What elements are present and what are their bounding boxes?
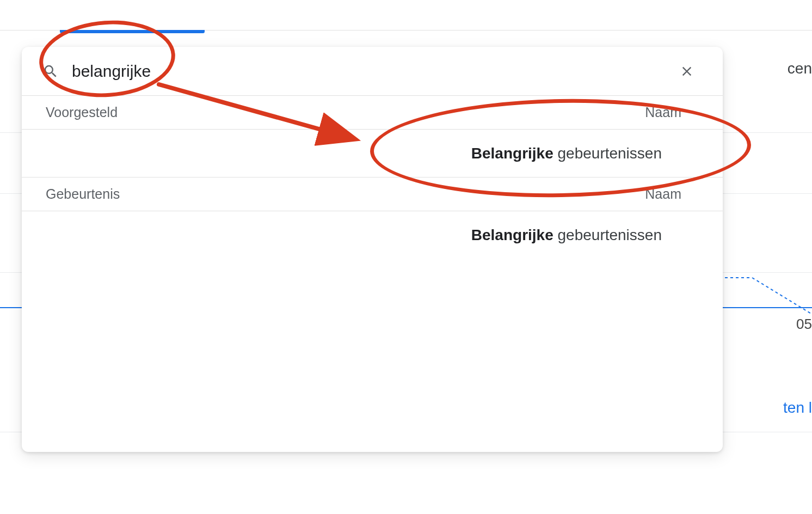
section-column-label: Naam [645,105,681,120]
background-axis-tick: 05 [796,316,812,333]
section-label: Voorgesteld [46,105,118,120]
section-column-label: Naam [645,186,681,202]
match-highlight: Belangrijke [471,145,553,162]
section-header-event: Gebeurtenis Naam [22,178,723,211]
match-rest: gebeurtenissen [553,227,662,243]
suggestion-row-key-events[interactable]: Belangrijke gebeurtenissen [22,130,723,178]
background-link-fragment: ten l [783,399,812,417]
metric-search-input[interactable] [59,62,675,81]
result-text: Belangrijke gebeurtenissen [471,227,662,244]
background-text-fragment: cen [788,60,812,77]
search-row [22,47,723,96]
event-row-key-events[interactable]: Belangrijke gebeurtenissen [22,211,723,259]
close-icon [679,64,694,79]
metric-search-dropdown: Voorgesteld Naam Belangrijke gebeurtenis… [22,47,723,452]
match-highlight: Belangrijke [471,227,553,243]
section-header-suggested: Voorgesteld Naam [22,96,723,130]
search-icon [42,63,59,79]
background-tab-underline [60,30,205,33]
result-text: Belangrijke gebeurtenissen [471,145,662,162]
clear-search-button[interactable] [675,59,699,83]
background-topbar [0,0,812,30]
match-rest: gebeurtenissen [553,145,662,162]
section-label: Gebeurtenis [46,186,120,202]
